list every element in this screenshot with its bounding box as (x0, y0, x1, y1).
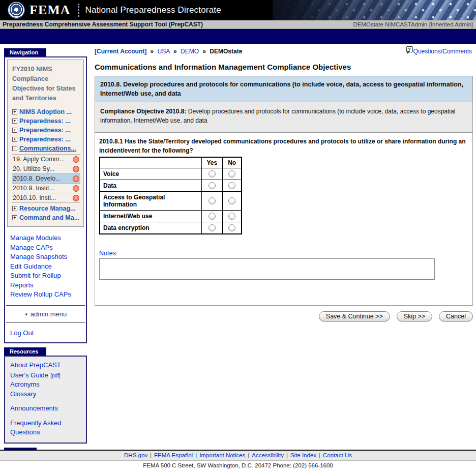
notes-textarea[interactable] (99, 258, 435, 280)
logout-row: Log Out (5, 327, 86, 343)
data-yes-radio[interactable] (209, 182, 216, 189)
plus-icon[interactable]: + (12, 109, 17, 114)
resources-link-announcements[interactable]: Announcements (10, 404, 81, 414)
subitem-19-apply-comm[interactable]: 19. Apply Comm... ! (12, 154, 80, 164)
tree-item-preparedness-1[interactable]: +Preparedness: ... (12, 116, 80, 126)
footer-link-site-index[interactable]: Site Index (290, 452, 316, 458)
site-footer: DHS.gov|FEMA Español|Important Notices|A… (0, 450, 476, 471)
page-title: Communications and Information Managemen… (95, 63, 473, 71)
chevron-down-icon: ▼ (24, 312, 28, 317)
column-header-yes: Yes (201, 157, 223, 168)
data-no-radio[interactable] (228, 182, 235, 189)
resources-link-glossary[interactable]: Glossary (10, 390, 81, 399)
table-row: Access to Geospatial Information (100, 192, 242, 211)
tree-item-nims-adoption[interactable]: +NIMS Adoption ... (12, 107, 80, 116)
tree-item-communications[interactable]: -Communications... (12, 144, 80, 153)
footer-links: DHS.gov|FEMA Español|Important Notices|A… (0, 451, 476, 461)
encryption-no-radio[interactable] (228, 224, 235, 231)
resources-link-faq[interactable]: Frequently Asked Questions (10, 419, 81, 437)
question-section: 2010.8.1 Has the State/Territory develop… (95, 133, 472, 305)
plus-icon[interactable]: + (12, 128, 17, 133)
directorate-title: National Preparedness Directorate (85, 5, 221, 15)
tree-item-preparedness-2[interactable]: +Preparedness: ... (12, 126, 80, 135)
skip-button[interactable]: Skip >> (397, 311, 432, 321)
questions-comments-link[interactable]: ? Questions/Comments (406, 48, 472, 55)
site-header: FEMA National Preparedness Directorate (0, 0, 476, 20)
objective-label: Compliance Objective 2010.8: (100, 108, 186, 115)
sidebar-link-manage-modules[interactable]: Manage Modules (10, 233, 81, 243)
voice-yes-radio[interactable] (209, 170, 216, 178)
plus-icon[interactable]: + (12, 119, 17, 124)
logout-link[interactable]: Log Out (10, 329, 81, 338)
subitem-20-utilize-sy[interactable]: 20. Utilize Sy... ! (12, 164, 80, 174)
subitem-2010-9[interactable]: 2010.9. Instit... ! (12, 184, 80, 193)
breadcrumb-demo[interactable]: DEMO (181, 48, 199, 55)
sidebar-link-review-rollup-caps[interactable]: Review Rollup CAPs (10, 290, 81, 300)
footer-link-important-notices[interactable]: Important Notices (199, 452, 245, 458)
objective-container: 2010.8. Develop procedures and protocols… (95, 76, 473, 306)
sidebar-link-reports[interactable]: Reports (10, 281, 81, 290)
row-label-data: Data (100, 180, 201, 192)
navigation-tab: Navigation (4, 48, 46, 56)
module-tree-box: FY2010 NIMS Compliance Objectives for St… (7, 60, 84, 227)
row-label-data-encryption: Data encryption (100, 222, 201, 234)
minus-icon[interactable]: - (12, 146, 17, 151)
footer-link-contact-us[interactable]: Contact Us (323, 452, 352, 458)
plus-icon[interactable]: + (12, 137, 17, 142)
resources-link-about[interactable]: About PrepCAST (10, 361, 81, 370)
alert-icon: ! (73, 156, 79, 163)
cancel-button[interactable]: Cancel (439, 311, 473, 321)
tree-item-preparedness-3[interactable]: +Preparedness: ... (12, 135, 80, 144)
sidebar: Navigation FY2010 NIMS Compliance Object… (4, 44, 87, 471)
plus-icon[interactable]: + (12, 206, 17, 211)
objective-description: Compliance Objective 2010.8: Develop pro… (95, 102, 472, 133)
breadcrumb: [Current Account] » USA » DEMO » DEMOsta… (95, 48, 242, 55)
row-label-voice: Voice (100, 168, 201, 180)
alert-icon: ! (73, 166, 79, 172)
alert-icon: ! (73, 195, 79, 201)
admin-menu-toggle[interactable]: ▼admin menu (5, 309, 86, 319)
app-title: Preparedness Comprehensive Assessment Su… (3, 21, 203, 28)
sidebar-link-submit-for-rollup[interactable]: Submit for Rollup (10, 271, 81, 281)
user-status: DEMOstate NIMCASTAdmin [Inherited Admin] (353, 21, 473, 27)
tree-item-resource-management[interactable]: +Resource Manag... (12, 204, 80, 213)
alert-icon: ! (73, 185, 79, 192)
resources-link-users-guide[interactable]: User's Guide (10, 371, 48, 379)
sidebar-link-edit-guidance[interactable]: Edit Guidance (10, 262, 81, 272)
resources-link-acronyms[interactable]: Acronyms (10, 380, 81, 390)
tree-item-command-and-management[interactable]: +Command and Ma... (12, 213, 80, 222)
encryption-yes-radio[interactable] (209, 224, 216, 231)
prepcast-page: FEMA National Preparedness Directorate P… (0, 0, 476, 471)
internet-yes-radio[interactable] (209, 213, 216, 220)
module-title: FY2010 NIMS Compliance Objectives for St… (12, 65, 80, 107)
table-row: Data (100, 180, 242, 192)
notes-label: Notes: (99, 250, 468, 257)
footer-address: FEMA 500 C Street, SW Washington, D.C. 2… (0, 461, 476, 471)
subitem-2010-10[interactable]: 2010.10. Insti... ! (12, 193, 80, 203)
app-bar: Preparedness Comprehensive Assessment Su… (0, 20, 476, 29)
form-buttons: Save & Continue >> Skip >> Cancel (95, 311, 473, 321)
alert-icon: ! (73, 175, 79, 182)
divider (6, 305, 85, 306)
resources-tab: Resources (4, 347, 46, 356)
breadcrumb-usa[interactable]: USA (158, 48, 170, 55)
main-content: [Current Account] » USA » DEMO » DEMOsta… (95, 44, 473, 321)
voice-no-radio[interactable] (228, 170, 235, 178)
save-continue-button[interactable]: Save & Continue >> (319, 311, 390, 321)
sidebar-link-manage-caps[interactable]: Manage CAPs (10, 243, 81, 253)
dhs-seal-icon (8, 2, 24, 18)
breadcrumb-demostate: DEMOstate (210, 48, 242, 55)
footer-link-accessibility[interactable]: Accessibility (252, 452, 284, 458)
plus-icon[interactable]: + (12, 215, 17, 220)
question-bubble-icon: ? (406, 46, 413, 52)
breadcrumb-current-account[interactable]: [Current Account] (95, 48, 146, 55)
geospatial-yes-radio[interactable] (209, 197, 216, 204)
question-text: 2010.8.1 Has the State/Territory develop… (99, 137, 468, 155)
subitem-2010-8-selected[interactable]: 2010.8. Develo... ! (12, 174, 80, 184)
sidebar-link-manage-snapshots[interactable]: Manage Snapshots (10, 252, 81, 262)
internet-no-radio[interactable] (228, 213, 235, 220)
footer-link-dhs[interactable]: DHS.gov (124, 452, 147, 458)
footer-link-fema-espanol[interactable]: FEMA Español (154, 452, 193, 458)
row-label-internet-web: Internet/Web use (100, 211, 201, 222)
geospatial-no-radio[interactable] (228, 197, 235, 204)
